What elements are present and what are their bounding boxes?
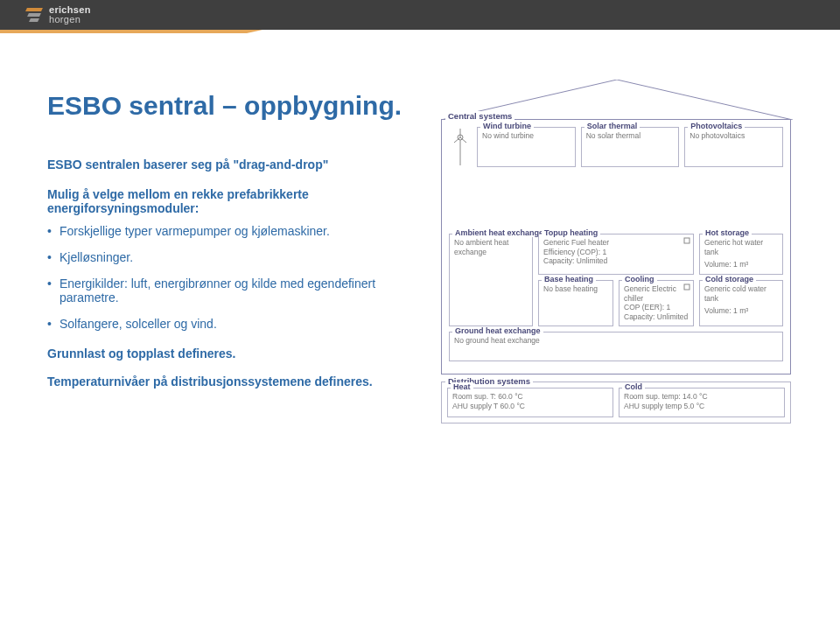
ground-heat-box[interactable]: Ground heat exchange No ground heat exch… bbox=[449, 332, 783, 361]
ambient-heat-text: No ambient heat exchange bbox=[454, 238, 528, 256]
wind-turbine-icon bbox=[449, 127, 472, 167]
photovoltaics-box[interactable]: Photovoltaics No photovoltaics bbox=[684, 127, 783, 167]
dist-cold-box[interactable]: Cold Room sup. temp: 14.0 °C AHU supply … bbox=[619, 388, 785, 417]
bullet-item: Energikilder: luft, energibrønner og kil… bbox=[47, 276, 415, 304]
mid-row-1: Ambient heat exchange No ambient heat ex… bbox=[449, 234, 783, 326]
cooling-line1: Generic Electric chiller bbox=[624, 284, 689, 303]
accent-bar bbox=[0, 30, 262, 33]
base-heating-box[interactable]: Base heating No base heating bbox=[538, 280, 613, 327]
hot-storage-line2: Volume: 1 m³ bbox=[704, 260, 778, 270]
topup-heating-label: Topup heating bbox=[542, 228, 600, 237]
cold-storage-line1: Generic cold water tank bbox=[704, 284, 778, 303]
topup-heating-line3: Capacity: Unlimited bbox=[543, 256, 689, 266]
topup-heating-line2: Efficiency (COP): 1 bbox=[543, 248, 689, 257]
closing-line-2: Temperaturnivåer på distribusjonssysteme… bbox=[47, 374, 415, 388]
hot-storage-label: Hot storage bbox=[703, 228, 752, 237]
base-heating-text: No base heating bbox=[543, 284, 608, 294]
svg-rect-6 bbox=[684, 284, 690, 290]
svg-rect-5 bbox=[684, 238, 690, 243]
ambient-heat-box[interactable]: Ambient heat exchange No ambient heat ex… bbox=[449, 234, 533, 326]
page-title: ESBO sentral – oppbygning. bbox=[47, 91, 415, 121]
base-heating-label: Base heating bbox=[542, 275, 596, 284]
pin-icon bbox=[683, 284, 690, 290]
roof-row: Wind turbine No wind turbine Solar therm… bbox=[449, 127, 783, 167]
dist-cold-line1: Room sup. temp: 14.0 °C bbox=[624, 392, 780, 402]
ambient-heat-label: Ambient heat exchange bbox=[452, 228, 546, 237]
cold-storage-box[interactable]: Cold storage Generic cold water tank Vol… bbox=[699, 280, 783, 327]
text-column: ESBO sentral – oppbygning. ESBO sentrale… bbox=[47, 91, 415, 424]
wind-turbine-text: No wind turbine bbox=[482, 131, 570, 141]
topup-heating-line1: Generic Fuel heater bbox=[543, 238, 689, 248]
wind-turbine-box[interactable]: Wind turbine No wind turbine bbox=[477, 127, 576, 167]
photovoltaics-text: No photovoltaics bbox=[690, 131, 778, 141]
top-bar: erichsen horgen bbox=[0, 0, 840, 30]
dist-heat-label: Heat bbox=[451, 382, 473, 391]
topup-heating-box[interactable]: Topup heating Generic Fuel heater Effici… bbox=[538, 234, 694, 275]
central-systems-label: Central systems bbox=[445, 111, 514, 121]
bullet-item: Forskjellige typer varmepumper og kjølem… bbox=[47, 224, 415, 238]
central-systems-house: Central systems Wind turbine No wind tur… bbox=[441, 119, 791, 374]
solar-thermal-text: No solar thermal bbox=[586, 131, 675, 141]
intro-line-1: ESBO sentralen baserer seg på "drag-and-… bbox=[47, 158, 415, 172]
closing-line-1: Grunnlast og topplast defineres. bbox=[47, 346, 415, 360]
solar-thermal-label: Solar thermal bbox=[584, 122, 640, 130]
cold-storage-label: Cold storage bbox=[703, 275, 756, 284]
cooling-line3: Capacity: Unlimited bbox=[624, 312, 689, 322]
dist-cold-label: Cold bbox=[622, 382, 645, 391]
cooling-box[interactable]: Cooling Generic Electric chiller COP (EE… bbox=[619, 280, 694, 327]
cooling-line2: COP (EER): 1 bbox=[624, 303, 689, 312]
solar-thermal-box[interactable]: Solar thermal No solar thermal bbox=[581, 127, 680, 167]
ground-heat-label: Ground heat exchange bbox=[452, 326, 543, 335]
brand-name-2: horgen bbox=[49, 14, 80, 24]
brand-logo-text: erichsen horgen bbox=[49, 5, 91, 24]
dist-heat-line1: Room sup. T: 60.0 °C bbox=[452, 392, 608, 402]
photovoltaics-label: Photovoltaics bbox=[688, 122, 745, 130]
slide-body: ESBO sentral – oppbygning. ESBO sentrale… bbox=[0, 30, 840, 424]
ground-row: Ground heat exchange No ground heat exch… bbox=[449, 332, 783, 361]
esbo-diagram: Central systems Wind turbine No wind tur… bbox=[441, 75, 805, 424]
bullet-item: Kjelløsninger. bbox=[47, 250, 415, 264]
hot-storage-line1: Generic hot water tank bbox=[704, 238, 778, 256]
bullet-item: Solfangere, solceller og vind. bbox=[47, 317, 415, 331]
brand-logo: erichsen horgen bbox=[24, 5, 91, 24]
hot-storage-box[interactable]: Hot storage Generic hot water tank Volum… bbox=[699, 234, 783, 275]
distribution-systems-box: Distribution systems Heat Room sup. T: 6… bbox=[441, 382, 791, 424]
bullet-list: Forskjellige typer varmepumper og kjølem… bbox=[47, 224, 415, 331]
brand-logo-mark bbox=[24, 6, 44, 24]
dist-heat-box[interactable]: Heat Room sup. T: 60.0 °C AHU supply T 6… bbox=[447, 388, 613, 417]
cooling-label: Cooling bbox=[622, 275, 657, 284]
cold-storage-line2: Volume: 1 m³ bbox=[704, 306, 778, 316]
dist-cold-line2: AHU supply temp 5.0 °C bbox=[624, 402, 780, 411]
intro-line-2: Mulig å velge mellom en rekke prefabrikk… bbox=[47, 187, 415, 215]
pin-icon bbox=[683, 237, 690, 244]
wind-turbine-label: Wind turbine bbox=[480, 122, 534, 130]
ground-heat-text: No ground heat exchange bbox=[454, 336, 778, 346]
dist-heat-line2: AHU supply T 60.0 °C bbox=[452, 402, 608, 411]
